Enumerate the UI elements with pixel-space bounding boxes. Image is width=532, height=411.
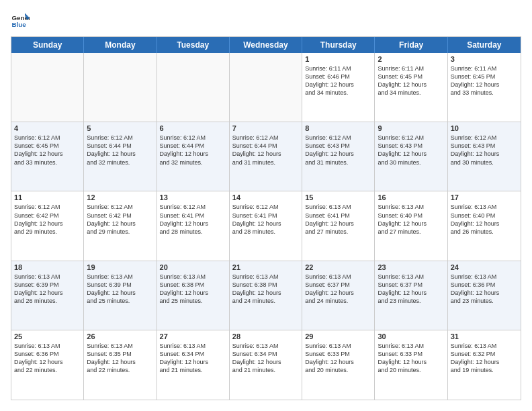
day-number: 27 xyxy=(160,332,226,340)
calendar-cell: 11Sunrise: 6:12 AM Sunset: 6:42 PM Dayli… xyxy=(11,191,84,260)
calendar-cell: 20Sunrise: 6:13 AM Sunset: 6:38 PM Dayli… xyxy=(157,261,230,330)
day-info: Sunrise: 6:12 AM Sunset: 6:42 PM Dayligh… xyxy=(14,203,81,236)
calendar-week: 4Sunrise: 6:12 AM Sunset: 6:45 PM Daylig… xyxy=(11,122,521,191)
logo: General Blue xyxy=(11,11,26,30)
day-number: 18 xyxy=(14,263,81,271)
calendar-cell: 22Sunrise: 6:13 AM Sunset: 6:37 PM Dayli… xyxy=(302,261,375,330)
weekday-header: Tuesday xyxy=(157,37,230,53)
day-number: 23 xyxy=(378,263,444,271)
calendar-cell: 10Sunrise: 6:12 AM Sunset: 6:43 PM Dayli… xyxy=(448,122,521,191)
weekday-header: Monday xyxy=(84,37,157,53)
calendar-cell xyxy=(230,53,302,122)
calendar-cell: 26Sunrise: 6:13 AM Sunset: 6:35 PM Dayli… xyxy=(84,330,157,400)
calendar-cell: 14Sunrise: 6:12 AM Sunset: 6:41 PM Dayli… xyxy=(230,191,302,260)
calendar-cell: 2Sunrise: 6:11 AM Sunset: 6:45 PM Daylig… xyxy=(375,53,447,122)
day-number: 24 xyxy=(451,263,518,271)
calendar-cell: 29Sunrise: 6:13 AM Sunset: 6:33 PM Dayli… xyxy=(302,330,375,400)
calendar-cell: 21Sunrise: 6:13 AM Sunset: 6:38 PM Dayli… xyxy=(230,261,302,330)
day-info: Sunrise: 6:12 AM Sunset: 6:41 PM Dayligh… xyxy=(160,203,226,236)
calendar-week: 1Sunrise: 6:11 AM Sunset: 6:46 PM Daylig… xyxy=(11,53,521,122)
weekday-header: Friday xyxy=(375,37,447,53)
calendar: SundayMondayTuesdayWednesdayThursdayFrid… xyxy=(11,36,521,400)
day-number: 11 xyxy=(14,193,81,201)
calendar-cell: 15Sunrise: 6:13 AM Sunset: 6:41 PM Dayli… xyxy=(302,191,375,260)
day-number: 2 xyxy=(378,55,444,63)
weekday-header: Saturday xyxy=(448,37,521,53)
day-number: 7 xyxy=(232,124,299,132)
calendar-cell xyxy=(157,53,230,122)
day-info: Sunrise: 6:12 AM Sunset: 6:42 PM Dayligh… xyxy=(87,203,153,236)
day-info: Sunrise: 6:13 AM Sunset: 6:39 PM Dayligh… xyxy=(87,273,153,306)
day-number: 10 xyxy=(451,124,518,132)
day-number: 15 xyxy=(305,193,371,201)
calendar-cell: 5Sunrise: 6:12 AM Sunset: 6:44 PM Daylig… xyxy=(84,122,157,191)
day-info: Sunrise: 6:12 AM Sunset: 6:44 PM Dayligh… xyxy=(160,134,226,167)
day-number: 21 xyxy=(232,263,299,271)
day-number: 31 xyxy=(451,332,518,340)
day-number: 6 xyxy=(160,124,226,132)
calendar-cell: 17Sunrise: 6:13 AM Sunset: 6:40 PM Dayli… xyxy=(448,191,521,260)
day-number: 19 xyxy=(87,263,153,271)
day-number: 25 xyxy=(14,332,81,340)
calendar-cell: 7Sunrise: 6:12 AM Sunset: 6:44 PM Daylig… xyxy=(230,122,302,191)
day-info: Sunrise: 6:12 AM Sunset: 6:43 PM Dayligh… xyxy=(305,134,371,167)
day-number: 4 xyxy=(14,124,81,132)
calendar-cell: 16Sunrise: 6:13 AM Sunset: 6:40 PM Dayli… xyxy=(375,191,447,260)
day-info: Sunrise: 6:13 AM Sunset: 6:34 PM Dayligh… xyxy=(232,342,299,375)
day-info: Sunrise: 6:13 AM Sunset: 6:38 PM Dayligh… xyxy=(232,273,299,306)
day-info: Sunrise: 6:12 AM Sunset: 6:44 PM Dayligh… xyxy=(232,134,299,167)
day-number: 17 xyxy=(451,193,518,201)
calendar-body: 1Sunrise: 6:11 AM Sunset: 6:46 PM Daylig… xyxy=(11,53,521,400)
day-number: 13 xyxy=(160,193,226,201)
day-number: 14 xyxy=(232,193,299,201)
day-info: Sunrise: 6:11 AM Sunset: 6:45 PM Dayligh… xyxy=(451,64,518,97)
day-number: 16 xyxy=(378,193,444,201)
calendar-header: SundayMondayTuesdayWednesdayThursdayFrid… xyxy=(11,37,521,53)
day-number: 5 xyxy=(87,124,153,132)
calendar-cell: 28Sunrise: 6:13 AM Sunset: 6:34 PM Dayli… xyxy=(230,330,302,400)
day-info: Sunrise: 6:13 AM Sunset: 6:37 PM Dayligh… xyxy=(305,273,371,306)
calendar-cell: 1Sunrise: 6:11 AM Sunset: 6:46 PM Daylig… xyxy=(302,53,375,122)
calendar-week: 18Sunrise: 6:13 AM Sunset: 6:39 PM Dayli… xyxy=(11,261,521,330)
day-info: Sunrise: 6:13 AM Sunset: 6:37 PM Dayligh… xyxy=(378,273,444,306)
calendar-cell: 8Sunrise: 6:12 AM Sunset: 6:43 PM Daylig… xyxy=(302,122,375,191)
calendar-cell: 6Sunrise: 6:12 AM Sunset: 6:44 PM Daylig… xyxy=(157,122,230,191)
day-info: Sunrise: 6:13 AM Sunset: 6:40 PM Dayligh… xyxy=(451,203,518,236)
calendar-cell: 30Sunrise: 6:13 AM Sunset: 6:33 PM Dayli… xyxy=(375,330,447,400)
day-number: 12 xyxy=(87,193,153,201)
day-info: Sunrise: 6:13 AM Sunset: 6:38 PM Dayligh… xyxy=(160,273,226,306)
day-info: Sunrise: 6:12 AM Sunset: 6:43 PM Dayligh… xyxy=(378,134,444,167)
day-info: Sunrise: 6:11 AM Sunset: 6:45 PM Dayligh… xyxy=(378,64,444,97)
day-info: Sunrise: 6:12 AM Sunset: 6:43 PM Dayligh… xyxy=(451,134,518,167)
day-info: Sunrise: 6:13 AM Sunset: 6:39 PM Dayligh… xyxy=(14,273,81,306)
weekday-header: Thursday xyxy=(302,37,375,53)
logo-icon: General Blue xyxy=(11,11,30,30)
day-info: Sunrise: 6:12 AM Sunset: 6:45 PM Dayligh… xyxy=(14,134,81,167)
day-number: 26 xyxy=(87,332,153,340)
calendar-cell xyxy=(84,53,157,122)
calendar-cell: 31Sunrise: 6:13 AM Sunset: 6:32 PM Dayli… xyxy=(448,330,521,400)
page: General Blue SundayMondayTuesdayWednesda… xyxy=(0,0,532,411)
calendar-cell: 27Sunrise: 6:13 AM Sunset: 6:34 PM Dayli… xyxy=(157,330,230,400)
day-number: 20 xyxy=(160,263,226,271)
calendar-week: 25Sunrise: 6:13 AM Sunset: 6:36 PM Dayli… xyxy=(11,330,521,400)
calendar-cell: 12Sunrise: 6:12 AM Sunset: 6:42 PM Dayli… xyxy=(84,191,157,260)
day-info: Sunrise: 6:13 AM Sunset: 6:40 PM Dayligh… xyxy=(378,203,444,236)
weekday-header: Sunday xyxy=(11,37,84,53)
svg-text:Blue: Blue xyxy=(11,21,26,28)
day-info: Sunrise: 6:13 AM Sunset: 6:34 PM Dayligh… xyxy=(160,342,226,375)
day-number: 1 xyxy=(305,55,371,63)
day-number: 8 xyxy=(305,124,371,132)
day-number: 3 xyxy=(451,55,518,63)
calendar-week: 11Sunrise: 6:12 AM Sunset: 6:42 PM Dayli… xyxy=(11,191,521,261)
day-info: Sunrise: 6:13 AM Sunset: 6:32 PM Dayligh… xyxy=(451,342,518,375)
day-number: 22 xyxy=(305,263,371,271)
calendar-cell: 13Sunrise: 6:12 AM Sunset: 6:41 PM Dayli… xyxy=(157,191,230,260)
day-info: Sunrise: 6:13 AM Sunset: 6:35 PM Dayligh… xyxy=(87,342,153,375)
calendar-cell: 23Sunrise: 6:13 AM Sunset: 6:37 PM Dayli… xyxy=(375,261,447,330)
day-number: 9 xyxy=(378,124,444,132)
calendar-cell: 18Sunrise: 6:13 AM Sunset: 6:39 PM Dayli… xyxy=(11,261,84,330)
day-info: Sunrise: 6:13 AM Sunset: 6:36 PM Dayligh… xyxy=(14,342,81,375)
calendar-cell: 4Sunrise: 6:12 AM Sunset: 6:45 PM Daylig… xyxy=(11,122,84,191)
day-info: Sunrise: 6:13 AM Sunset: 6:33 PM Dayligh… xyxy=(305,342,371,375)
